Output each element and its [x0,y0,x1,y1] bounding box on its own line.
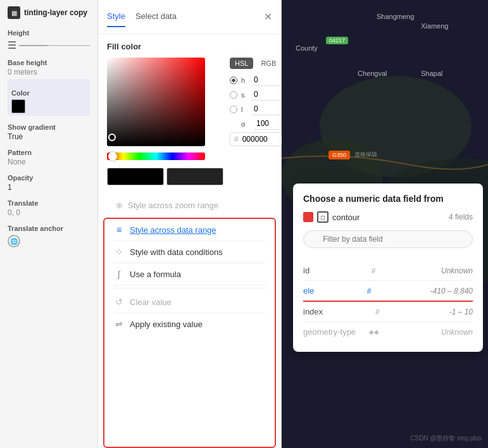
zoom-icon: ⊕ [116,201,123,210]
translate-anchor-label: Translate anchor [8,225,90,232]
field-type-geometry: ◆◆ [368,328,380,335]
pattern-label: Pattern [8,149,90,156]
translate-label: Translate [8,199,90,207]
fill-color-section: Fill color HSL RGB [98,34,281,193]
formula-icon: ∫ [113,268,125,280]
color-section[interactable]: Color [8,79,90,116]
filter-input[interactable] [303,230,473,248]
field-name-geometry-type: geometry-type [303,327,365,337]
close-button[interactable]: ✕ [264,11,272,23]
clear-value-label[interactable]: Clear value [130,297,172,307]
h-radio[interactable] [230,77,237,84]
color-swatches-row [107,168,223,185]
hsl-toggle-btn[interactable]: HSL [230,58,253,69]
badge-g350: G350 [328,151,350,159]
layer-title: tinting-layer copy [24,8,87,17]
apply-icon: ⇌ [113,318,125,330]
field-range-geometry: Unknown [441,328,473,337]
zoom-range-row[interactable]: ⊕ Style across zoom range [107,196,272,215]
data-conditions-icon: ⁘ [113,246,125,258]
middle-panel: Style Select data ✕ Fill color [98,0,282,448]
road-label: 道格保级 [354,151,377,159]
apply-existing-label[interactable]: Apply existing value [130,320,203,329]
field-row-ele[interactable]: ele # -410 – 8,840 [303,281,473,302]
s-radio[interactable] [230,91,237,99]
data-conditions-option[interactable]: ⁘ Style with data conditions [113,241,266,263]
h-label: h [241,77,247,84]
height-label: Height [8,29,90,37]
globe-icon: 🌐 [8,235,20,247]
field-row-index[interactable]: index # -1 – 10 [303,302,473,322]
layer-header: ▦ tinting-layer copy [8,6,90,19]
data-range-option[interactable]: ≡ Style across data range [113,219,266,241]
height-icon: ☰ [8,39,16,51]
color-gradient-box[interactable] [107,58,205,146]
field-type-ele: # [365,287,371,296]
gradient-cursor [108,134,116,141]
badge-04217: 04217 [326,37,348,44]
opacity-value: 1 [8,183,90,192]
contour-color-box [303,212,313,222]
divider-1 [113,288,266,289]
floating-panel-title: Choose a numeric data field from [303,194,473,204]
s-label: s [241,91,247,99]
tab-bar: Style Select data [107,6,260,27]
alpha-label: α [241,120,250,128]
field-type-index: # [375,308,380,316]
field-range-id: Unknown [441,266,473,275]
field-row-id[interactable]: id # Unknown [303,261,473,281]
color-swatch[interactable] [11,99,25,113]
rainbow-thumb[interactable] [108,152,117,161]
data-range-label[interactable]: Style across data range [130,225,216,235]
field-range-index: -1 – 10 [449,308,473,316]
zoom-range-option[interactable]: ⊕ Style across zoom range [98,193,281,218]
tab-style[interactable]: Style [107,6,125,27]
fill-color-title: Fill color [107,42,272,51]
data-conditions-label[interactable]: Style with data conditions [130,247,223,257]
zoom-range-label: Style across zoom range [128,201,218,210]
contour-icon: □ [317,211,328,223]
data-range-icon: ≡ [113,224,125,235]
color-picker-container: HSL RGB h s l [107,58,272,185]
pattern-value: None [8,158,90,166]
l-radio[interactable] [230,106,237,113]
options-section: ≡ Style across data range ⁘ Style with d… [103,218,276,448]
hash-symbol: # [234,135,239,144]
height-slider-track[interactable] [19,45,90,46]
swatch-black[interactable] [107,168,164,185]
floating-panel: Choose a numeric data field from □ conto… [293,184,483,352]
show-gradient-label: Show gradient [8,123,90,131]
fields-count: 4 fields [449,213,473,221]
field-row-geometry-type[interactable]: geometry-type ◆◆ Unknown [303,322,473,342]
tab-select-data[interactable]: Select data [135,6,177,27]
show-gradient-value: True [8,132,90,141]
translate-value: 0, 0 [8,208,90,217]
swatch-dark[interactable] [166,168,223,185]
rgb-toggle-btn[interactable]: RGB [256,58,281,69]
map-area: Shangmeng Xiameng County Chengval Shapal… [282,0,488,448]
left-panel: ▦ tinting-layer copy Height ☰ Base heigh… [0,0,98,448]
clear-icon: ↺ [113,296,125,308]
contour-left: □ contour [303,211,360,223]
watermark: CSDN @墨持挚 msy.plus [410,434,482,443]
rainbow-bar[interactable] [107,152,205,160]
field-name-ele[interactable]: ele [303,286,362,296]
clear-value-option[interactable]: ↺ Clear value [113,291,266,313]
formula-label[interactable]: Use a formula [130,270,181,279]
field-name-id: id [303,266,369,275]
field-type-id: # [372,266,376,275]
contour-row: □ contour 4 fields [303,211,473,223]
field-range-ele: -410 – 8,840 [430,287,473,296]
contour-name: contour [332,213,360,222]
apply-existing-option[interactable]: ⇌ Apply existing value [113,313,266,335]
formula-option[interactable]: ∫ Use a formula [113,263,266,285]
l-label: l [241,106,247,113]
base-height-value: 0 meters [8,68,90,77]
color-label: Color [11,89,86,97]
filter-wrapper: 🔍 [303,230,473,254]
middle-header: Style Select data ✕ [98,0,281,34]
color-picker-left [107,58,223,185]
height-slider: ☰ [8,39,90,51]
opacity-label: Opacity [8,174,90,182]
base-height-label: Base height [8,59,90,66]
